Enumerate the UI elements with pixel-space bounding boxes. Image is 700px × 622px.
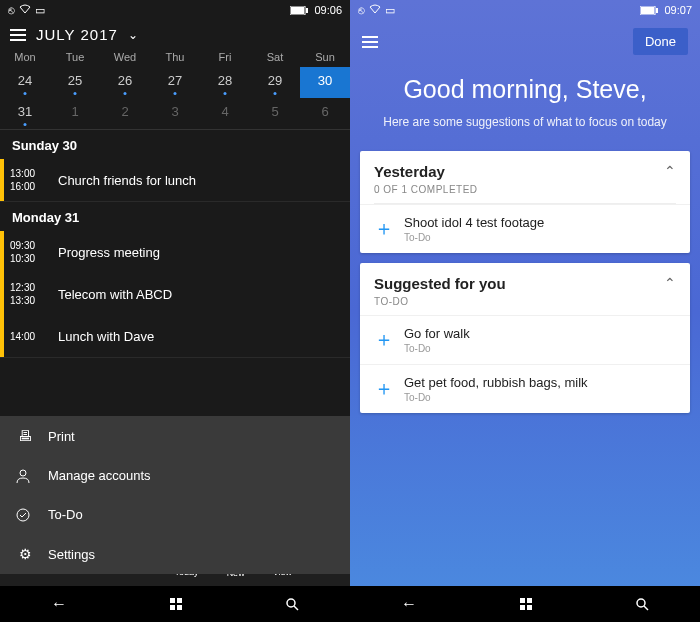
greeting-subtitle: Here are some suggestions of what to foc…: [374, 114, 676, 131]
menu-todo[interactable]: To-Do: [0, 495, 350, 534]
status-bar: ⎋ ▭ 09:07: [350, 0, 700, 20]
wifi-icon: [19, 4, 31, 17]
weekday-label: Wed: [100, 51, 150, 63]
card-header[interactable]: Suggested for you TO-DO ⌃: [360, 263, 690, 315]
calendar-app: ⎋ ▭ 09:06 JULY 2017 ⌄ Mon Tue Wed Thu Fr…: [0, 0, 350, 622]
svg-line-10: [294, 606, 298, 610]
weekday-label: Fri: [200, 51, 250, 63]
nav-bar: ←: [350, 586, 700, 622]
svg-point-9: [287, 599, 295, 607]
wifi-icon: [369, 4, 381, 17]
person-icon: [16, 469, 34, 483]
weekday-label: Mon: [0, 51, 50, 63]
event-row[interactable]: 12:3013:30 Telecom with ABCD: [0, 273, 350, 315]
svg-rect-7: [170, 605, 175, 610]
day-cell[interactable]: 26: [100, 67, 150, 98]
card-header[interactable]: Yesterday 0 OF 1 COMPLETED ⌃: [360, 151, 690, 203]
event-times: 14:00: [4, 326, 46, 347]
back-button[interactable]: ←: [401, 595, 417, 613]
add-icon[interactable]: ＋: [374, 326, 392, 353]
add-icon[interactable]: ＋: [374, 375, 392, 402]
menu-manage-accounts[interactable]: Manage accounts: [0, 456, 350, 495]
day-cell[interactable]: 29: [250, 67, 300, 98]
print-icon: 🖶: [16, 428, 34, 444]
todo-title: Go for walk: [404, 326, 470, 341]
week-row: 24 25 26 27 28 29 30: [0, 67, 350, 98]
svg-point-3: [20, 470, 26, 476]
agenda-day-title: Monday 31: [0, 202, 350, 231]
svg-rect-5: [170, 598, 175, 603]
weekday-row: Mon Tue Wed Thu Fri Sat Sun: [0, 47, 350, 67]
battery-icon: [640, 6, 658, 15]
agenda-day: Sunday 30 13:0016:00 Church friends for …: [0, 130, 350, 202]
event-times: 13:0016:00: [4, 163, 46, 197]
done-button[interactable]: Done: [633, 28, 688, 55]
agenda-day-title: Sunday 30: [0, 130, 350, 159]
svg-point-4: [17, 509, 29, 521]
search-button[interactable]: [285, 597, 299, 611]
todo-title: Shoot idol 4 test footage: [404, 215, 544, 230]
todo-source: To-Do: [404, 232, 544, 243]
menu-settings[interactable]: ⚙ Settings: [0, 534, 350, 574]
day-cell[interactable]: 3: [150, 98, 200, 129]
day-cell-selected[interactable]: 30: [300, 67, 350, 98]
calendar-header: JULY 2017 ⌄: [0, 20, 350, 47]
svg-rect-6: [177, 598, 182, 603]
todo-header: Done: [350, 20, 700, 63]
menu-print[interactable]: 🖶 Print: [0, 416, 350, 456]
todo-item[interactable]: ＋ Get pet food, rubbish bags, milk To-Do: [360, 364, 690, 413]
home-button[interactable]: [519, 597, 533, 611]
card-title: Suggested for you: [374, 275, 506, 292]
event-row[interactable]: 13:0016:00 Church friends for lunch: [0, 159, 350, 201]
day-cell[interactable]: 31: [0, 98, 50, 129]
hamburger-icon[interactable]: [10, 29, 26, 41]
event-row[interactable]: 09:3010:30 Progress meeting: [0, 231, 350, 273]
status-bar: ⎋ ▭ 09:06: [0, 0, 350, 20]
chevron-up-icon[interactable]: ⌃: [664, 275, 676, 291]
agenda-day: Monday 31 09:3010:30 Progress meeting 12…: [0, 202, 350, 358]
search-button[interactable]: [635, 597, 649, 611]
weekday-label: Tue: [50, 51, 100, 63]
month-title[interactable]: JULY 2017: [36, 26, 118, 43]
day-cell[interactable]: 25: [50, 67, 100, 98]
day-cell[interactable]: 5: [250, 98, 300, 129]
chevron-down-icon[interactable]: ⌄: [128, 28, 138, 42]
event-title: Church friends for lunch: [46, 173, 196, 188]
todo-item[interactable]: ＋ Shoot idol 4 test footage To-Do: [360, 204, 690, 253]
todo-app: ⎋ ▭ 09:07 Done Good morning, Steve, Here…: [350, 0, 700, 622]
day-cell[interactable]: 4: [200, 98, 250, 129]
todo-title: Get pet food, rubbish bags, milk: [404, 375, 588, 390]
status-time: 09:07: [664, 4, 692, 16]
cards-container: Yesterday 0 OF 1 COMPLETED ⌃ ＋ Shoot ido…: [350, 151, 700, 413]
todo-item[interactable]: ＋ Go for walk To-Do: [360, 315, 690, 364]
check-circle-icon: [16, 508, 34, 522]
event-title: Lunch with Dave: [46, 329, 154, 344]
spacer: [350, 413, 700, 586]
todo-source: To-Do: [404, 392, 588, 403]
svg-rect-17: [527, 605, 532, 610]
day-cell[interactable]: 28: [200, 67, 250, 98]
menu-label: Settings: [48, 547, 95, 562]
add-icon[interactable]: ＋: [374, 215, 392, 242]
menu-label: Manage accounts: [48, 468, 151, 483]
weekday-label: Sun: [300, 51, 350, 63]
chevron-up-icon[interactable]: ⌃: [664, 163, 676, 179]
day-cell[interactable]: 2: [100, 98, 150, 129]
weekday-label: Thu: [150, 51, 200, 63]
day-cell[interactable]: 1: [50, 98, 100, 129]
hamburger-icon[interactable]: [362, 36, 378, 48]
location-icon: ⎋: [358, 4, 365, 17]
event-row[interactable]: 14:00 Lunch with Dave: [0, 315, 350, 357]
event-times: 12:3013:30: [4, 277, 46, 311]
greeting-title: Good morning, Steve,: [374, 75, 676, 104]
back-button[interactable]: ←: [51, 595, 67, 613]
card-title: Yesterday: [374, 163, 478, 180]
event-times: 09:3010:30: [4, 235, 46, 269]
svg-rect-15: [527, 598, 532, 603]
day-cell[interactable]: 27: [150, 67, 200, 98]
svg-rect-12: [641, 7, 654, 14]
day-cell[interactable]: 24: [0, 67, 50, 98]
home-button[interactable]: [169, 597, 183, 611]
svg-rect-8: [177, 605, 182, 610]
day-cell[interactable]: 6: [300, 98, 350, 129]
